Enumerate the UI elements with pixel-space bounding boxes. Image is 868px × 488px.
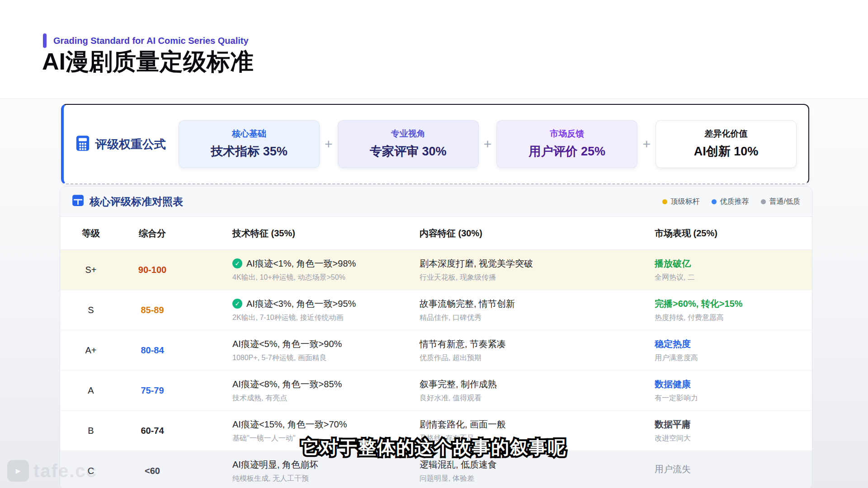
market-cell: 完播>60%, 转化>15% 热度持续, 付费意愿高 xyxy=(655,298,812,323)
market-cell: 用户流失 xyxy=(655,463,812,479)
market-sub: 用户满意度高 xyxy=(655,353,812,363)
tech-sub: 2K输出, 7-10种运镜, 接近传统动画 xyxy=(232,313,420,323)
tech-sub: 4K输出, 10+种运镜, 动态场景>50% xyxy=(232,273,420,282)
content-cell: 剧本深度打磨, 视觉美学突破 行业天花板, 现象级传播 xyxy=(420,258,655,282)
tech-main: AI痕迹<5%, 角色一致>90% xyxy=(232,338,420,350)
column-header-content: 内容特征 (30%) xyxy=(420,227,655,239)
formula-card-expert: 专业视角 专家评审 30% xyxy=(338,120,479,168)
column-header-tech: 技术特征 (35%) xyxy=(183,227,420,239)
legend-dot-gray xyxy=(761,199,766,204)
eyebrow-label: Grading Standard for AI Comic Series Qua… xyxy=(53,36,249,46)
page-title: AI漫剧质量定级标准 xyxy=(42,46,254,78)
tech-main: AI痕迹<1%, 角色一致>98% xyxy=(246,258,356,270)
table-row: S+ 90-100 ✓AI痕迹<1%, 角色一致>98% 4K输出, 10+种运… xyxy=(60,250,812,290)
score-cell: 85-89 xyxy=(122,305,183,315)
content-cell: 情节有新意, 节奏紧凑 优质作品, 超出预期 xyxy=(420,338,655,363)
table-title-label: 核心评级标准对照表 xyxy=(90,195,183,209)
legend-label: 优质推荐 xyxy=(720,197,749,206)
table-row: S 85-89 ✓AI痕迹<3%, 角色一致>95% 2K输出, 7-10种运镜… xyxy=(60,290,812,330)
column-header-grade: 等级 xyxy=(60,227,122,239)
formula-card-tech: 核心基础 技术指标 35% xyxy=(179,120,320,168)
content-main: 剧本深度打磨, 视觉美学突破 xyxy=(420,258,655,270)
score-cell: <60 xyxy=(122,466,183,476)
card-tag: 核心基础 xyxy=(179,128,319,140)
tech-sub: 纯模板生成, 无人工干预 xyxy=(232,474,420,483)
formula-card-user: 市场反馈 用户评价 25% xyxy=(496,120,637,168)
grade-cell: S xyxy=(60,305,122,315)
tech-cell: AI痕迹<5%, 角色一致>90% 1080P+, 5-7种运镜, 画面精良 xyxy=(183,338,420,363)
table-grid-icon xyxy=(72,194,84,209)
card-value: 技术指标 35% xyxy=(179,143,319,160)
score-cell: 80-84 xyxy=(122,345,183,356)
formula-heading: 评级权重公式 xyxy=(75,135,179,153)
legend-label: 顶级标杆 xyxy=(671,197,700,206)
content-sub: 问题明显, 体验差 xyxy=(420,474,655,483)
content-sub: 行业天花板, 现象级传播 xyxy=(420,273,655,282)
legend-label: 普通/低质 xyxy=(769,197,800,206)
tech-main: AI痕迹<15%, 角色一致>70% xyxy=(232,418,420,431)
legend-item-top: 顶级标杆 xyxy=(662,197,700,206)
table-title: 核心评级标准对照表 xyxy=(72,194,183,209)
video-subtitle: 它对于整体的这个故事的叙事呢 xyxy=(301,435,567,460)
card-tag: 市场反馈 xyxy=(497,128,637,140)
market-main: 稳定热度 xyxy=(655,338,812,350)
legend-item-quality: 优质推荐 xyxy=(712,197,749,206)
card-value: 用户评价 25% xyxy=(497,143,637,160)
market-cell: 稳定热度 用户满意度高 xyxy=(655,338,812,363)
plus-separator: + xyxy=(320,136,338,152)
market-sub: 有一定影响力 xyxy=(655,394,812,403)
formula-card-innovation: 差异化价值 AI创新 10% xyxy=(656,120,797,168)
grade-cell: S+ xyxy=(60,265,122,275)
watermark-text: tafe.cc xyxy=(33,461,97,481)
slide: Grading Standard for AI Comic Series Qua… xyxy=(0,0,868,488)
column-header-market: 市场表现 (25%) xyxy=(655,227,812,239)
tech-main: AI痕迹明显, 角色崩坏 xyxy=(232,459,420,471)
grade-cell: A xyxy=(60,385,122,396)
content-main: 剧情套路化, 画面一般 xyxy=(420,418,655,431)
card-tag: 差异化价值 xyxy=(656,128,796,140)
market-main: 完播>60%, 转化>15% xyxy=(655,298,812,310)
content-sub: 良好水准, 值得观看 xyxy=(420,394,655,403)
market-sub: 全网热议, 二 xyxy=(655,273,812,282)
plus-separator: + xyxy=(637,136,656,152)
tech-cell: AI痕迹<8%, 角色一致>85% 技术成熟, 有亮点 xyxy=(183,378,420,403)
legend: 顶级标杆 优质推荐 普通/低质 xyxy=(662,197,800,206)
card-value: AI创新 10% xyxy=(656,143,796,160)
table-column-headers: 等级 综合分 技术特征 (35%) 内容特征 (30%) 市场表现 (25%) xyxy=(60,217,812,250)
formula-heading-label: 评级权重公式 xyxy=(95,136,166,152)
table-panel-header: 核心评级标准对照表 顶级标杆 优质推荐 普通/低质 xyxy=(60,187,812,217)
check-circle-icon: ✓ xyxy=(232,258,242,268)
market-cell: 播放破亿 全网热议, 二 xyxy=(655,258,812,282)
watermark: ▸ tafe.cc xyxy=(7,460,97,482)
market-main: 播放破亿 xyxy=(655,258,812,270)
market-main: 数据健康 xyxy=(655,378,812,390)
market-cell: 数据平庸 改进空间大 xyxy=(655,418,812,443)
tech-sub: 1080P+, 5-7种运镜, 画面精良 xyxy=(232,353,420,363)
market-sub: 热度持续, 付费意愿高 xyxy=(655,313,812,323)
tech-sub: 技术成熟, 有亮点 xyxy=(232,394,420,403)
grade-cell: A+ xyxy=(60,345,122,356)
calculator-icon xyxy=(75,135,90,153)
plus-separator: + xyxy=(479,136,497,152)
content-main: 叙事完整, 制作成熟 xyxy=(420,378,655,390)
check-circle-icon: ✓ xyxy=(232,299,242,309)
score-cell: 90-100 xyxy=(122,265,183,275)
market-cell: 数据健康 有一定影响力 xyxy=(655,378,812,403)
tech-cell: ✓AI痕迹<3%, 角色一致>95% 2K输出, 7-10种运镜, 接近传统动画 xyxy=(183,298,420,323)
play-icon: ▸ xyxy=(15,466,20,476)
table-row: A 75-79 AI痕迹<8%, 角色一致>85% 技术成熟, 有亮点 叙事完整… xyxy=(60,371,812,411)
card-value: 专家评审 30% xyxy=(338,143,478,160)
watermark-logo-icon: ▸ xyxy=(7,460,29,482)
market-main: 用户流失 xyxy=(655,463,812,475)
tech-main: AI痕迹<3%, 角色一致>95% xyxy=(246,298,356,310)
score-cell: 60-74 xyxy=(122,426,183,436)
market-sub: 改进空间大 xyxy=(655,434,812,443)
content-cell: 叙事完整, 制作成熟 良好水准, 值得观看 xyxy=(420,378,655,403)
market-main: 数据平庸 xyxy=(655,418,812,431)
legend-dot-yellow xyxy=(662,199,667,204)
content-main: 情节有新意, 节奏紧凑 xyxy=(420,338,655,350)
rating-weight-formula-panel: 评级权重公式 核心基础 技术指标 35% + 专业视角 专家评审 30% + 市… xyxy=(61,104,809,184)
content-sub: 优质作品, 超出预期 xyxy=(420,353,655,363)
table-row: A+ 80-84 AI痕迹<5%, 角色一致>90% 1080P+, 5-7种运… xyxy=(60,330,812,371)
content-cell: 逻辑混乱, 低质速食 问题明显, 体验差 xyxy=(420,459,655,483)
